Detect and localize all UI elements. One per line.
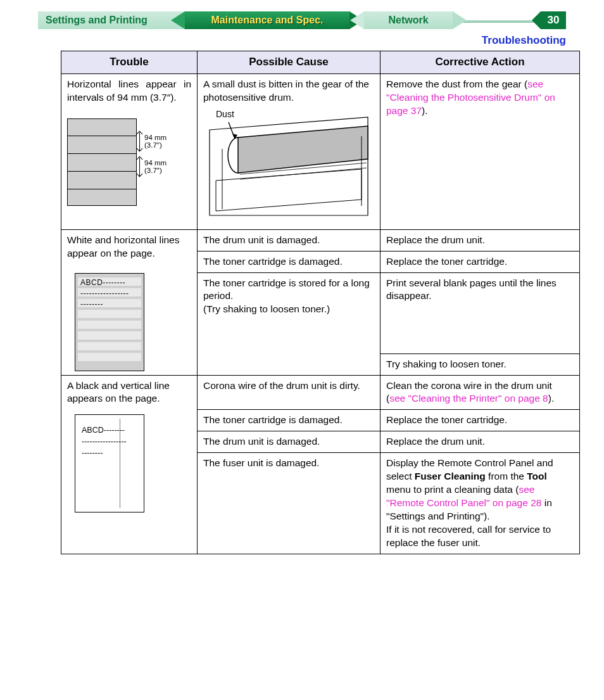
th-cause: Possible Cause: [198, 51, 381, 74]
dim-value: (3.7″): [144, 141, 162, 149]
figure-horizontal-lines: 94 mm (3.7″) 94 mm (3.7″): [67, 118, 191, 206]
tab-network[interactable]: Network: [364, 11, 453, 29]
xref-link[interactable]: see "Cleaning the Printer" on page 8: [389, 393, 548, 404]
section-title: Troubleshooting: [25, 34, 566, 47]
trouble-text: A black and vertical line appears on the…: [67, 379, 191, 406]
fix-text: If it is not recovered, call for service…: [386, 524, 551, 548]
page-number-badge: 30: [541, 11, 566, 29]
sample-page-icon: ABCD-------- ----------------- --------: [75, 273, 144, 371]
drum-illustration-icon: [203, 111, 374, 222]
cause-text: The drum unit is damaged.: [198, 431, 381, 453]
dimension-callouts: 94 mm (3.7″) 94 mm (3.7″): [139, 134, 177, 184]
tab-label: Network: [388, 15, 428, 25]
fix-text: ).: [422, 105, 427, 116]
fix-text: Replace the toner cartridge.: [381, 251, 580, 272]
dim-value: 94 mm: [144, 159, 167, 167]
cause-text: The toner cartridge is damaged.: [198, 410, 381, 431]
trouble-text: Horizontal lines appear in intervals of …: [67, 78, 191, 105]
dust-label: Dust: [216, 108, 234, 120]
fix-text: Replace the toner cartridge.: [381, 410, 580, 431]
fix-text: Print several blank pages until the line…: [381, 272, 580, 353]
fix-text: Try shaking to loosen toner.: [381, 353, 580, 375]
cause-text: A small dust is bitten in the gear of th…: [203, 78, 374, 105]
figure-drum-dust: Dust: [203, 111, 374, 226]
sample-text: ABCD--------: [80, 277, 125, 288]
fix-text: Replace the drum unit.: [381, 229, 580, 251]
fix-text: from the: [486, 471, 527, 481]
sample-text: --------: [80, 299, 103, 309]
tab-settings[interactable]: Settings and Printing: [38, 11, 184, 29]
cause-text: The drum unit is damaged.: [198, 229, 381, 251]
troubleshooting-table: Trouble Possible Cause Corrective Action…: [61, 51, 580, 554]
fix-text: ).: [548, 393, 554, 404]
cause-text: Corona wire of the drum unit is dirty.: [198, 375, 381, 410]
tab-maintenance[interactable]: Maintenance and Spec.: [185, 11, 349, 29]
top-nav: Settings and Printing Maintenance and Sp…: [25, 11, 579, 30]
page-number: 30: [548, 14, 560, 26]
cause-text: The fuser unit is damaged.: [198, 453, 381, 554]
table-row: White and horizontal lines appear on the…: [61, 229, 580, 251]
dim-value: 94 mm: [144, 134, 167, 141]
fix-text: Remove the dust from the gear (: [386, 79, 527, 89]
cause-text: (Try shaking to loosen toner.): [203, 303, 374, 316]
th-fix: Corrective Action: [381, 51, 580, 74]
table-row: A black and vertical line appears on the…: [61, 375, 580, 410]
fix-text: menu to print a cleaning data (: [386, 484, 519, 495]
bold-term: Fuser Cleaning: [415, 471, 486, 481]
dim-value: (3.7″): [144, 167, 162, 174]
sample-text: --------: [82, 448, 103, 459]
tab-label: Maintenance and Spec.: [211, 15, 324, 25]
bold-term: Tool: [527, 471, 547, 481]
trouble-text: White and horizontal lines appear on the…: [67, 234, 191, 260]
cause-text: The toner cartridge is damaged.: [198, 251, 381, 272]
sample-page-icon: ABCD-------- ----------------- --------: [75, 414, 144, 512]
th-trouble: Trouble: [61, 51, 198, 74]
cause-text: The toner cartridge is stored for a long…: [203, 277, 374, 303]
table-row: Horizontal lines appear in intervals of …: [61, 73, 580, 229]
sample-text: -----------------: [82, 436, 127, 447]
sample-text: ABCD--------: [82, 425, 125, 436]
sample-text: -----------------: [80, 288, 129, 298]
tab-label: Settings and Printing: [46, 15, 148, 25]
fix-text: Replace the drum unit.: [381, 431, 580, 453]
sample-page-icon: [67, 118, 137, 206]
